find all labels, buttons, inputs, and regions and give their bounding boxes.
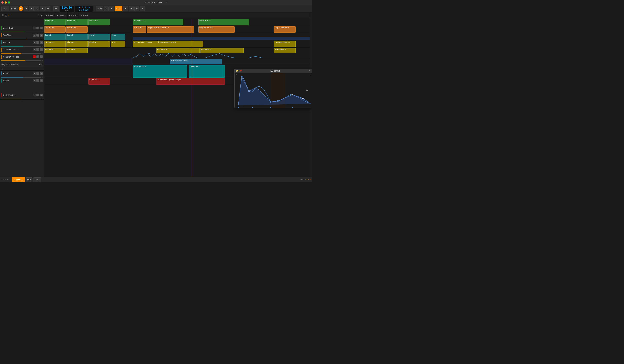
track-mute-audio3[interactable]: M	[40, 72, 43, 75]
stop-button[interactable]: ■	[24, 6, 28, 11]
bottom-list-btn[interactable]: ≡	[5, 179, 6, 181]
favorite-star[interactable]: ☆	[1, 68, 3, 70]
scene-3-btn[interactable]: ▶ Scene 3	[56, 12, 67, 19]
copy-button[interactable]: ⊞	[134, 6, 139, 11]
scene-4-btn[interactable]: ▶ Scene 4	[68, 12, 79, 19]
clip-percussive[interactable]: Percussive	[133, 26, 146, 33]
clip-vocal-drift-02[interactable]: Electro Beat...	[189, 65, 225, 78]
track-menu-wonky[interactable]: ≡	[42, 60, 43, 62]
clip-poly-1[interactable]: Poly Patter...	[44, 48, 66, 53]
track-mute-electro-kit[interactable]: M	[40, 26, 43, 29]
track-power-rusty[interactable]: ●	[33, 93, 36, 96]
track-solo-wonky[interactable]: S	[36, 55, 39, 58]
track-mute-wonky[interactable]: M	[40, 55, 43, 58]
track-solo-audio4[interactable]: S	[36, 79, 39, 82]
scene-2-btn[interactable]: ▶ Scene 2	[44, 12, 56, 19]
play-button[interactable]: ▶	[19, 6, 23, 11]
track-solo-himalayan[interactable]: S	[36, 48, 39, 51]
clip-himalayan-4[interactable]: Himi...	[111, 41, 125, 47]
clip-poly-02-3[interactable]: Poly Pattern 02	[274, 48, 296, 53]
track-mute-himalayan[interactable]: M	[40, 48, 43, 51]
transport-play-btn[interactable]: ▶	[109, 6, 114, 11]
track-solo-plug-finga[interactable]: S	[36, 34, 39, 37]
edit-button[interactable]: EDIT	[115, 6, 122, 11]
undo-button[interactable]: ↩	[123, 6, 128, 11]
track-solo-electro-kit[interactable]: S	[36, 26, 39, 29]
maximize-traffic-light[interactable]	[8, 1, 10, 4]
play-label-button[interactable]: PLAY	[10, 6, 18, 11]
add-track-button[interactable]: +	[0, 99, 44, 104]
clip-plug-percussive[interactable]: Plug 01 Percussive	[198, 26, 234, 33]
eg-pin-icon[interactable]: 📌	[239, 69, 242, 72]
delete-button[interactable]: ✕	[140, 6, 145, 11]
redo-button[interactable]: ↪	[129, 6, 134, 11]
track-fader-wonky[interactable]	[1, 60, 41, 61]
track-fader-electro-kit[interactable]	[1, 32, 41, 32]
title-close-btn[interactable]: ✕	[165, 1, 167, 4]
punch-button[interactable]: ⊞	[40, 6, 45, 11]
bottom-icon-btn[interactable]: ☰	[1, 179, 3, 181]
clip-scene4-group[interactable]: Scene 4	[88, 34, 110, 40]
clip-vocal-drift-01[interactable]: Vocal Drift Bed 01	[133, 65, 187, 78]
track-fader-rusty[interactable]	[1, 99, 41, 99]
view-button[interactable]: ⊟	[46, 6, 50, 11]
clip-himalayan-3[interactable]: Himalayan...	[88, 41, 110, 47]
clip-electro-beat-02[interactable]: Electro Beat 02	[198, 19, 249, 25]
clip-electro-beat-1[interactable]: Electro Beat...	[44, 19, 66, 25]
arrange-tab[interactable]: ARRANGE	[12, 177, 25, 182]
clip-house-cho[interactable]: House Cho...	[88, 78, 110, 85]
track-mute-group3[interactable]: M	[40, 41, 43, 44]
track-mute-rusty[interactable]: M	[40, 93, 43, 96]
clip-plug-bounce[interactable]: Plug 01 Percussive-bounce-1	[147, 26, 194, 33]
header-grid[interactable]: ⊞	[5, 14, 7, 17]
header-bars[interactable]: ≡	[8, 14, 10, 17]
clip-himalayan-atmo[interactable]: Himalayan Sunset Atmo 1	[156, 41, 203, 47]
track-solo-audio3[interactable]: S	[36, 72, 39, 75]
track-power-plug-finga[interactable]: ●	[33, 34, 36, 37]
bottom-grid-btn[interactable]: ⊞	[3, 179, 5, 181]
clip-electro-beat-01[interactable]: Electro Beat 01	[133, 19, 183, 25]
eg-folder-icon[interactable]: 📁	[236, 69, 238, 72]
track-solo-group3[interactable]: S	[36, 41, 39, 44]
track-fader-group3[interactable]	[1, 46, 41, 47]
track-solo-rusty[interactable]: S	[36, 93, 39, 96]
clip-scene3-group[interactable]: Scene 3	[66, 34, 88, 40]
header-hamburger[interactable]: ☰	[1, 14, 4, 17]
track-power-audio3[interactable]: ●	[33, 72, 36, 75]
track-power-audio4[interactable]: ●	[33, 79, 36, 82]
track-power-himalayan[interactable]: ●	[33, 48, 36, 51]
track-menu-himalayan[interactable]: ≡	[42, 53, 43, 54]
clip-electro-beat-2[interactable]: Electro Beat...	[66, 19, 88, 25]
record-button[interactable]: ●	[29, 6, 34, 11]
clip-house-chords[interactable]: House Chords Operator 124bpm	[156, 78, 225, 85]
clip-scene5-group[interactable]: Sce...	[111, 34, 125, 40]
scene-5-btn[interactable]: ▶ Scene	[79, 12, 89, 19]
eg-close-btn[interactable]: ✕	[309, 69, 310, 72]
track-rec-wonky[interactable]: ●	[33, 55, 36, 58]
bottom-x-btn[interactable]: ✕	[7, 179, 8, 181]
header-cursor[interactable]: ↖	[37, 14, 39, 17]
track-menu-audio3[interactable]: ≡	[42, 76, 43, 78]
add-button[interactable]: ADD	[96, 6, 103, 11]
transport-left[interactable]: ⊞	[53, 6, 59, 11]
track-mute-audio4[interactable]: M	[40, 79, 43, 82]
clip-poly-02-2[interactable]: Poly Pattern 02	[200, 48, 244, 53]
close-traffic-light[interactable]	[1, 1, 4, 4]
mix-tab[interactable]: MIX	[26, 177, 32, 182]
minimize-traffic-light[interactable]	[5, 1, 7, 4]
file-button[interactable]: FILE	[1, 6, 9, 11]
clip-himalayan-1[interactable]: Himalayan...	[44, 41, 66, 47]
track-fader-plug-finga[interactable]	[1, 39, 41, 40]
clip-poly-02-1[interactable]: Poly Pattern 02	[156, 48, 200, 53]
clip-himalayan-end[interactable]: Himalayan Sunset At...	[274, 41, 296, 47]
edit-tab-bottom[interactable]: EDIT	[33, 177, 41, 182]
instrument-close-btn[interactable]: ✕	[41, 63, 43, 66]
track-menu-electro-kit[interactable]: ≡	[42, 31, 43, 33]
clip-neutro[interactable]: Neutro ArpPerc 124bpm	[170, 59, 222, 64]
track-menu-plug-finga[interactable]: ≡	[42, 38, 43, 40]
track-fader-himalayan[interactable]	[1, 53, 41, 54]
track-power-electro-kit[interactable]: ●	[33, 26, 36, 29]
clip-plug-per-1[interactable]: Plug 01 Per...	[44, 26, 66, 33]
clip-himalayan-2[interactable]: Himalayan...	[66, 41, 88, 47]
track-power-group3[interactable]: ●	[33, 41, 36, 44]
